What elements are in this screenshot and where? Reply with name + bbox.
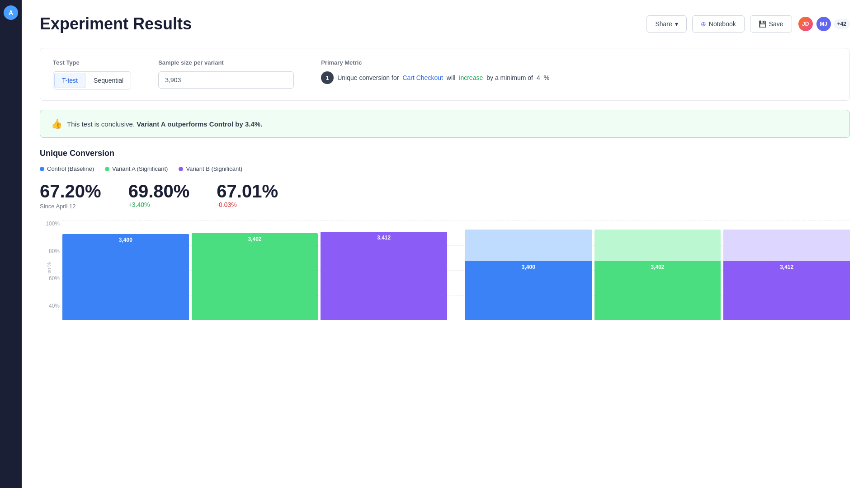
metric-suffix: by a minimum of <box>486 74 533 81</box>
stat-variant-b: 67.01% -0.03% <box>217 181 278 210</box>
primary-metric-section: Primary Metric 1 Unique conversion for C… <box>321 59 837 84</box>
bar-control-left: 3,400 <box>62 234 189 320</box>
header-actions: Share ▾ ⊕ Notebook 💾 Save JD MJ +42 <box>646 15 850 33</box>
bar-variant-a-green: 3,402 <box>192 233 318 320</box>
bar-group-right: 3,400 3,402 <box>465 230 850 320</box>
save-icon: 💾 <box>759 20 766 28</box>
config-row: Test Type T-test Sequential Sample size … <box>53 59 837 89</box>
conclusive-prefix: This test is conclusive. <box>67 120 135 128</box>
unique-conversion-section: Unique Conversion Control (Baseline) Var… <box>40 149 850 320</box>
metrics-row: 67.20% Since April 12 69.80% +3.40% 67.0… <box>40 181 850 210</box>
notebook-button[interactable]: ⊕ Notebook <box>692 15 745 33</box>
save-label: Save <box>769 20 783 28</box>
bar-variant-b-left: 3,412 <box>321 232 447 320</box>
stat-control: 67.20% Since April 12 <box>40 181 101 210</box>
avatar-count: +42 <box>834 19 850 29</box>
metric-number: 1 <box>321 71 334 84</box>
stat-control-value: 67.20% <box>40 181 101 201</box>
config-card: Test Type T-test Sequential Sample size … <box>40 48 850 101</box>
stat-variant-a-change: +3.40% <box>128 201 190 208</box>
legend-dot-control <box>40 167 44 171</box>
y-60: 60% <box>49 275 60 282</box>
bar-variant-a-right-label: 3,402 <box>651 264 664 270</box>
legend-variant-b: Variant B (Significant) <box>179 165 242 172</box>
metric-action: increase <box>459 74 483 81</box>
app-container: A Experiment Results Share ▾ ⊕ Notebook … <box>0 0 868 488</box>
sidebar: A <box>0 0 22 488</box>
bar-variant-a-right-top <box>594 230 721 261</box>
page-title: Experiment Results <box>40 14 192 33</box>
bar-variant-b-purple: 3,412 <box>321 232 447 320</box>
bar-variant-a-right-bottom: 3,402 <box>594 261 721 320</box>
notebook-label: Notebook <box>709 20 736 28</box>
stat-variant-a: 69.80% +3.40% <box>128 181 190 210</box>
legend-variant-a: Variant A (Significant) <box>105 165 168 172</box>
test-type-section: Test Type T-test Sequential <box>53 59 131 89</box>
y-axis-label: ion % <box>46 262 52 275</box>
legend-label-variant-a: Variant A (Significant) <box>112 165 168 172</box>
sequential-button[interactable]: Sequential <box>86 72 131 89</box>
bar-variant-a-right: 3,402 <box>594 230 721 320</box>
y-80: 80% <box>49 248 60 254</box>
chart-title: Unique Conversion <box>40 149 850 158</box>
legend-control: Control (Baseline) <box>40 165 94 172</box>
sidebar-logo[interactable]: A <box>4 5 18 20</box>
bar-control-right-bottom: 3,400 <box>465 261 592 320</box>
test-type-label: Test Type <box>53 59 131 66</box>
chart-wrapper: 100% 80% 60% 40% <box>40 221 850 320</box>
legend-dot-variant-a <box>105 167 109 171</box>
bar-control-right-label: 3,400 <box>522 264 535 270</box>
ttest-button[interactable]: T-test <box>54 73 85 88</box>
bar-variant-b-right: 3,412 <box>723 230 850 320</box>
save-button[interactable]: 💾 Save <box>750 15 792 33</box>
bar-control-label: 3,400 <box>119 237 132 243</box>
share-label: Share <box>655 20 672 28</box>
bar-variant-a-label: 3,402 <box>248 236 261 242</box>
conclusive-bold: Variant A outperforms Control by 3.4%. <box>137 120 262 128</box>
bar-group-left: 3,400 3,402 3,412 <box>62 232 447 320</box>
bar-variant-b-right-label: 3,412 <box>780 264 793 270</box>
stat-variant-b-change: -0.03% <box>217 201 278 208</box>
bar-variant-b-label: 3,412 <box>377 235 391 241</box>
legend-dot-variant-b <box>179 167 183 171</box>
chart-legend: Control (Baseline) Variant A (Significan… <box>40 165 850 172</box>
avatar-photo: JD <box>797 16 814 32</box>
sample-size-input[interactable] <box>158 71 294 89</box>
header: Experiment Results Share ▾ ⊕ Notebook 💾 … <box>40 14 850 33</box>
conclusive-banner: 👍 This test is conclusive. Variant A out… <box>40 110 850 138</box>
chevron-down-icon: ▾ <box>675 20 678 28</box>
thumbs-up-icon: 👍 <box>51 118 62 129</box>
primary-metric-label: Primary Metric <box>321 59 837 66</box>
bar-variant-a-left: 3,402 <box>192 233 318 320</box>
metric-prefix: Unique conversion for <box>337 74 399 81</box>
bar-variant-b-right-bottom: 3,412 <box>723 261 850 320</box>
bar-control-right-top <box>465 230 592 261</box>
metric-row: 1 Unique conversion for Cart Checkout wi… <box>321 71 837 84</box>
metric-value: 4 <box>537 74 540 81</box>
legend-label-control: Control (Baseline) <box>47 165 94 172</box>
sample-size-label: Sample size per variant <box>158 59 294 66</box>
metric-unit: % <box>544 74 549 81</box>
stat-variant-b-value: 67.01% <box>217 181 278 201</box>
bars-container: 3,400 3,402 3,412 <box>62 221 850 320</box>
metric-cart-checkout-link[interactable]: Cart Checkout <box>402 74 443 81</box>
y-40: 40% <box>49 303 60 309</box>
y-100: 100% <box>46 221 60 227</box>
plus-circle-icon: ⊕ <box>701 20 706 28</box>
sample-size-section: Sample size per variant <box>158 59 294 89</box>
legend-label-variant-b: Variant B (Significant) <box>186 165 242 172</box>
avatar-mj: MJ <box>816 16 832 32</box>
bar-control-right: 3,400 <box>465 230 592 320</box>
test-type-toggle: T-test Sequential <box>53 71 131 89</box>
bar-control-blue: 3,400 <box>62 234 189 320</box>
avatar-group: JD MJ +42 <box>797 16 850 32</box>
stat-control-sub: Since April 12 <box>40 203 101 210</box>
main-content: Experiment Results Share ▾ ⊕ Notebook 💾 … <box>22 0 868 488</box>
metric-will: will <box>447 74 455 81</box>
stat-variant-a-value: 69.80% <box>128 181 190 201</box>
share-button[interactable]: Share ▾ <box>646 15 686 33</box>
chart-content: 3,400 3,402 3,412 <box>62 221 850 320</box>
bar-variant-b-right-top <box>723 230 850 261</box>
conclusive-text: This test is conclusive. Variant A outpe… <box>67 120 262 128</box>
